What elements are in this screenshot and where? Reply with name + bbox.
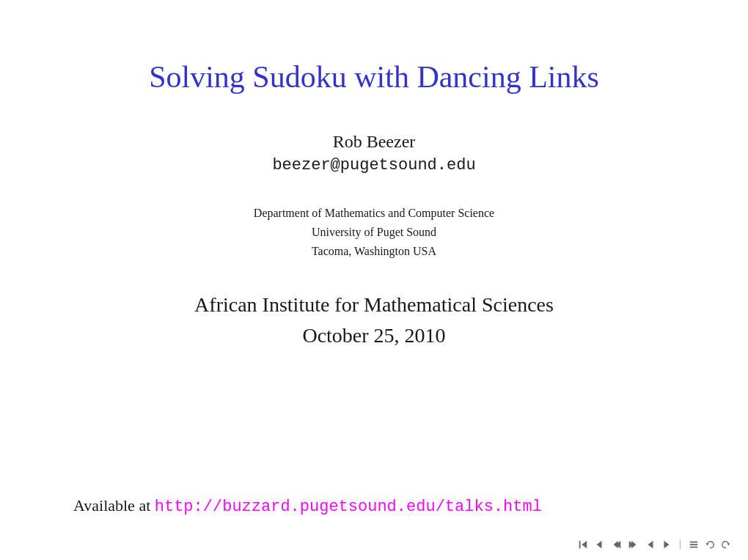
- nav-menu-icon[interactable]: [686, 538, 701, 551]
- navigation-bar: [576, 538, 733, 551]
- affiliation-location: Tacoma, Washington USA: [254, 242, 494, 261]
- svg-rect-11: [690, 547, 698, 548]
- availability-link[interactable]: http://buzzard.pugetsound.edu/talks.html: [155, 498, 542, 516]
- nav-undo-icon[interactable]: [703, 538, 717, 551]
- nav-prev2-icon[interactable]: [609, 538, 624, 551]
- nav-next2-icon[interactable]: [626, 538, 640, 551]
- nav-group-left: [576, 538, 606, 551]
- nav-redo-icon[interactable]: [719, 538, 733, 551]
- author-email: beezer@pugetsound.edu: [272, 156, 475, 174]
- svg-rect-0: [579, 541, 581, 549]
- author-name: Rob Beezer: [272, 132, 475, 152]
- svg-marker-12: [706, 543, 709, 546]
- nav-prev3-icon[interactable]: [643, 538, 658, 551]
- affiliation-university: University of Puget Sound: [254, 223, 494, 242]
- slide-title: Solving Sudoku with Dancing Links: [149, 59, 599, 95]
- event-name: African Institute for Mathematical Scien…: [194, 290, 554, 320]
- event-date: October 25, 2010: [194, 320, 554, 351]
- affiliation-section: Department of Mathematics and Computer S…: [254, 204, 494, 260]
- availability-prefix: Available at: [73, 496, 155, 515]
- nav-first-icon[interactable]: [576, 538, 590, 551]
- svg-marker-7: [648, 541, 653, 549]
- svg-marker-8: [664, 541, 670, 549]
- nav-prev-icon[interactable]: [592, 538, 606, 551]
- nav-group-mid1: [609, 538, 640, 551]
- nav-separator: [680, 540, 681, 549]
- event-section: African Institute for Mathematical Scien…: [194, 290, 554, 351]
- nav-group-right: [686, 538, 733, 551]
- nav-next3-icon[interactable]: [659, 538, 674, 551]
- svg-rect-9: [690, 542, 698, 543]
- availability-section: Available at http://buzzard.pugetsound.e…: [59, 496, 689, 516]
- svg-marker-13: [727, 543, 730, 546]
- affiliation-department: Department of Mathematics and Computer S…: [254, 204, 494, 223]
- nav-group-mid2: [643, 538, 674, 551]
- svg-rect-10: [690, 544, 698, 545]
- slide-container: Solving Sudoku with Dancing Links Rob Be…: [0, 0, 748, 560]
- svg-marker-1: [582, 541, 587, 549]
- svg-marker-2: [597, 541, 602, 549]
- author-section: Rob Beezer beezer@pugetsound.edu: [272, 132, 475, 174]
